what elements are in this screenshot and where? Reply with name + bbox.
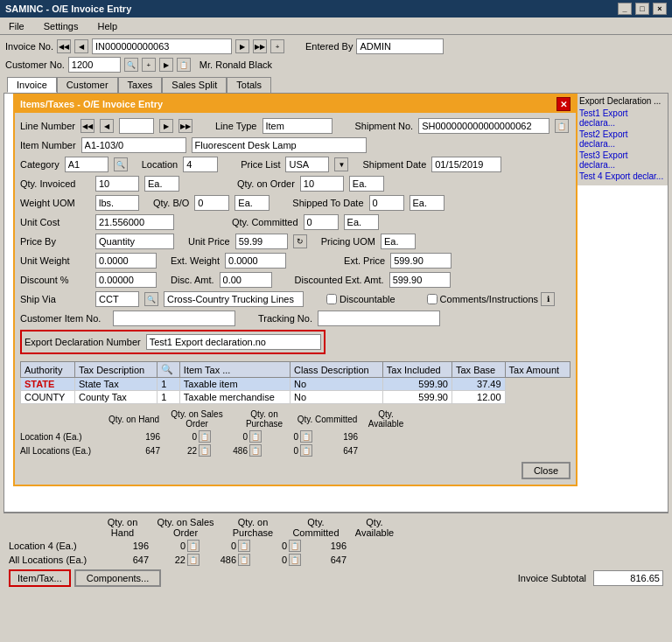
weight-uom-input[interactable] (95, 195, 139, 211)
tab-taxes[interactable]: Taxes (118, 77, 163, 93)
modal-qty-so-btn-1[interactable]: 📋 (199, 430, 211, 443)
location-input[interactable] (183, 157, 218, 172)
price-calc-btn[interactable]: ↻ (293, 234, 307, 248)
unit-price-input[interactable] (235, 234, 288, 249)
b-qty-com-btn-1[interactable]: 📋 (289, 540, 301, 552)
close-window-btn[interactable]: × (653, 3, 667, 15)
maximize-btn[interactable]: □ (635, 3, 649, 15)
shipment-no-input[interactable] (418, 118, 550, 134)
category-lookup-btn[interactable]: 🔍 (114, 157, 128, 171)
app-title: SAMINC - O/E Invoice Entry (5, 3, 131, 14)
comments-info-btn[interactable]: ℹ (541, 292, 555, 306)
modal-qty-pur-btn-2[interactable]: 📋 (249, 444, 262, 457)
modal-qty-pur-btn-1[interactable]: 📋 (249, 430, 262, 443)
ship-via-input[interactable] (95, 291, 139, 307)
modal-qty-com-btn-1[interactable]: 📋 (300, 430, 312, 443)
price-by-input[interactable] (95, 234, 174, 249)
unit-price-label: Unit Price (188, 236, 230, 247)
qty-on-order-input[interactable] (300, 176, 344, 192)
invoice-header-row: Invoice No. ◀◀ ◀ ▶ ▶▶ + Entered By (4, 38, 668, 54)
components-button[interactable]: Components... (74, 569, 162, 587)
menu-file[interactable]: File (4, 19, 30, 33)
tab-customer[interactable]: Customer (57, 77, 118, 93)
tax-header-authority: Authority (21, 362, 75, 378)
b-qty-so-btn-2[interactable]: 📋 (187, 554, 200, 566)
customer-nav-btn[interactable]: ▶ (159, 58, 173, 72)
tab-invoice[interactable]: Invoice (7, 77, 57, 93)
qty-bo-label: Qty. B/O (153, 198, 189, 208)
right-panel-item-4[interactable]: Test 4 Export declar... (579, 171, 665, 181)
tab-sales-split[interactable]: Sales Split (162, 77, 227, 93)
qty-committed-input[interactable] (304, 214, 339, 230)
shipment-lookup-btn[interactable]: 📋 (555, 119, 569, 133)
qty-bo-input[interactable] (194, 195, 229, 211)
add-btn[interactable]: + (270, 39, 284, 53)
b-qty-pur-btn-1[interactable]: 📋 (238, 540, 250, 552)
customer-no-input[interactable] (68, 57, 121, 73)
discountable-checkbox[interactable] (326, 294, 337, 304)
customer-search-btn[interactable]: 🔍 (124, 58, 138, 72)
modal-row-2: Item Number (20, 137, 570, 153)
unit-cost-label: Unit Cost (20, 217, 90, 227)
export-decl-no-input[interactable] (146, 334, 321, 350)
discount-pct-input[interactable] (95, 272, 157, 288)
modal-close-btn[interactable]: ✕ (556, 97, 570, 111)
comments-row: Comments/Instructions ℹ (427, 292, 555, 306)
discountable-label: Discountable (340, 294, 396, 304)
modal-qty-com-btn-2[interactable]: 📋 (300, 444, 312, 457)
qty-invoiced-input[interactable] (95, 176, 139, 192)
right-panel-item-1[interactable]: Test1 Export declara... (579, 108, 665, 128)
line-type-input[interactable] (262, 118, 332, 134)
nav-prev-btn[interactable]: ◀ (74, 39, 88, 53)
tax-header-search[interactable]: 🔍 (158, 362, 180, 378)
disc-amt-input[interactable] (220, 272, 272, 288)
customer-add-btn[interactable]: + (142, 58, 156, 72)
b-qty-com-2: 0 (252, 555, 287, 565)
price-list-input[interactable] (285, 157, 329, 172)
pricing-uom-input[interactable] (381, 234, 416, 249)
ship-via-lookup-btn[interactable]: 🔍 (144, 292, 158, 306)
customer-icon-btn[interactable]: 📋 (177, 58, 191, 72)
right-panel-item-3[interactable]: Test3 Export declara... (579, 150, 665, 170)
ext-price-label: Ext. Price (344, 255, 385, 266)
line-number-input[interactable] (119, 118, 154, 134)
item-tax-button[interactable]: Item/Tax... (9, 569, 71, 587)
unit-weight-input[interactable] (95, 253, 157, 269)
uom-qty-input[interactable] (144, 176, 179, 192)
disc-amt-label: Disc. Amt. (171, 275, 214, 285)
b-qty-label-2: All Locations (Ea.) (9, 555, 94, 565)
unit-cost-input[interactable] (95, 214, 174, 230)
tab-totals[interactable]: Totals (227, 77, 271, 93)
line-nav-first[interactable]: ◀◀ (80, 119, 94, 133)
nav-next-btn[interactable]: ▶ (235, 39, 249, 53)
invoice-no-input[interactable] (92, 38, 232, 54)
comments-checkbox[interactable] (427, 294, 438, 304)
minimize-btn[interactable]: _ (618, 3, 632, 15)
line-nav-last[interactable]: ▶▶ (178, 119, 192, 133)
category-input[interactable] (65, 157, 108, 172)
right-panel-item-2[interactable]: Test2 Export declara... (579, 129, 665, 149)
b-qty-com-btn-2[interactable]: 📋 (289, 554, 301, 566)
customer-item-no-input[interactable] (113, 311, 235, 326)
modal-qty-so-btn-2[interactable]: 📋 (199, 444, 211, 457)
line-nav-next[interactable]: ▶ (159, 119, 173, 133)
bottom-qty-row-1: Location 4 (Ea.) 196 0 📋 0 📋 0 📋 196 (9, 540, 663, 552)
item-number-input[interactable] (81, 137, 186, 153)
nav-first-btn[interactable]: ◀◀ (57, 39, 71, 53)
price-list-dropdown[interactable]: ▼ (334, 157, 348, 171)
comments-label: Comments/Instructions (440, 294, 538, 304)
menu-help[interactable]: Help (92, 19, 122, 33)
menu-settings[interactable]: Settings (38, 19, 84, 33)
modal-close-button[interactable]: Close (522, 462, 570, 479)
b-qty-so-btn-1[interactable]: 📋 (187, 540, 200, 552)
bottom-btns: Item/Tax... Components... (9, 569, 161, 587)
shipment-date-input[interactable] (431, 157, 501, 172)
shipment-no-label: Shipment No. (355, 121, 414, 131)
modal-header: Items/Taxes - O/E Invoice Entry ✕ (15, 95, 576, 113)
line-nav-prev[interactable]: ◀ (100, 119, 114, 133)
shipped-to-date-input[interactable] (369, 195, 404, 211)
nav-last-btn[interactable]: ▶▶ (253, 39, 267, 53)
modal-qty-com-1: 0 (263, 432, 298, 442)
tracking-no-input[interactable] (318, 311, 440, 326)
b-qty-pur-btn-2[interactable]: 📋 (238, 554, 250, 566)
